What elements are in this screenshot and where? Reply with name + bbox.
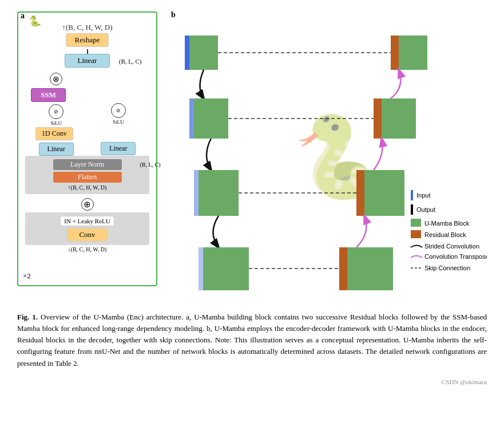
umamba-enc2 <box>194 98 228 139</box>
multiply-circle: ⊗ <box>50 73 62 85</box>
connector1 <box>87 49 88 54</box>
arch-svg: 🐍 <box>169 24 487 299</box>
bottom-grey: IN + Leaky ReLU Conv <box>25 212 149 245</box>
svg-text:Convolution Transposed: Convolution Transposed <box>424 253 487 260</box>
reshape-box: Reshape <box>66 33 108 47</box>
svg-rect-6 <box>411 190 413 200</box>
left-branch: ⊗ SSM ⊘ SiLU 1D Conv Linear <box>25 71 88 156</box>
svg-text:Residual Block: Residual Block <box>424 231 466 238</box>
part-b-label: b <box>171 10 489 19</box>
residual2 <box>374 98 382 139</box>
caption-text: Overview of the U-Mamba (Enc) architectu… <box>17 313 487 368</box>
linear-top-right-label: (B, L, C) <box>119 58 142 65</box>
plus-circle: ⊕ <box>81 198 94 211</box>
umamba-enc3 <box>199 170 239 216</box>
flatten-top-label: ↑(B, C, H, W, D) <box>68 184 107 191</box>
bottom-arrow-label: ↓(B, C, H, W, D) <box>68 246 107 252</box>
svg-rect-2 <box>194 170 199 216</box>
svg-text:Output: Output <box>416 206 435 213</box>
block-diagram: ↑(B, C, H, W, D) Reshape Linear (B, L, C… <box>25 23 149 252</box>
svg-text:Skip Connection: Skip Connection <box>424 265 470 271</box>
linear-right-box: Linear <box>101 142 136 155</box>
conv-box: Conv <box>67 228 107 242</box>
umamba-dec2 <box>382 98 416 139</box>
part-a-label: a <box>21 11 25 21</box>
diagrams-row: a 🐍 ↑(B, C, H, W, D) Reshape Linear (B, … <box>17 11 487 301</box>
in-leaky-box: IN + Leaky ReLU <box>60 216 114 226</box>
input-bar <box>185 35 189 70</box>
umamba-dec1 <box>399 35 427 70</box>
linear-top-wrapper: Linear (B, L, C) <box>65 54 110 69</box>
residual1 <box>391 35 399 70</box>
silu-left-circle: ⊘ <box>49 104 64 119</box>
ssm-box: SSM <box>31 88 66 102</box>
umamba-enc4 <box>203 247 249 290</box>
svg-rect-3 <box>199 247 203 290</box>
residual3 <box>356 170 364 216</box>
linear-top-box: Linear <box>65 54 110 68</box>
figure-container: a 🐍 ↑(B, C, H, W, D) Reshape Linear (B, … <box>17 11 487 385</box>
svg-rect-1 <box>189 98 194 139</box>
part-b: b 🐍 <box>169 11 487 301</box>
svg-text:Strided Convolution: Strided Convolution <box>424 243 479 250</box>
caption: Fig. 1. Overview of the U-Mamba (Enc) ar… <box>17 311 487 369</box>
fig-label: Fig. 1. <box>17 313 38 321</box>
snake-icon: 🐍 <box>29 15 41 27</box>
umamba-enc1 <box>189 35 218 70</box>
right-branch: ⊘ SiLU Linear <box>88 71 150 155</box>
linear-left-box: Linear <box>39 143 74 156</box>
svg-rect-12 <box>411 230 421 238</box>
svg-rect-10 <box>411 219 421 227</box>
divide-right: ⊘ <box>116 108 121 113</box>
times-label: ×2 <box>23 271 31 281</box>
silu-right-label: SiLU <box>113 119 124 125</box>
divide-left: ⊘ <box>54 109 58 115</box>
residual4 <box>339 247 347 290</box>
branch-section: ⊗ SSM ⊘ SiLU 1D Conv Linear <box>25 71 149 156</box>
part-a: a 🐍 ↑(B, C, H, W, D) Reshape Linear (B, … <box>17 11 157 286</box>
umamba-dec3 <box>364 170 404 216</box>
umamba-dec4 <box>347 247 393 290</box>
watermark: CSDN @okimaru <box>17 378 487 385</box>
layernorm-box: Layer Norm <box>53 159 122 170</box>
silu-left-label: SiLU <box>50 120 62 126</box>
svg-text:U-Mamba Block: U-Mamba Block <box>424 220 470 227</box>
svg-rect-8 <box>411 204 413 215</box>
svg-text:Input: Input <box>416 192 430 199</box>
top-arrow-label: ↑(B, C, H, W, D) <box>62 23 112 32</box>
silu-right-circle: ⊘ <box>111 103 126 118</box>
layernorm-right-label: (B, L, C) <box>140 161 160 168</box>
conv1d-box: 1D Conv <box>35 127 73 140</box>
layernorm-wrapper: Layer Norm (B, L, C) <box>42 159 133 170</box>
grey-section: Layer Norm (B, L, C) Flatten ↑(B, C, H, … <box>25 156 149 194</box>
flatten-box: Flatten <box>53 172 122 183</box>
